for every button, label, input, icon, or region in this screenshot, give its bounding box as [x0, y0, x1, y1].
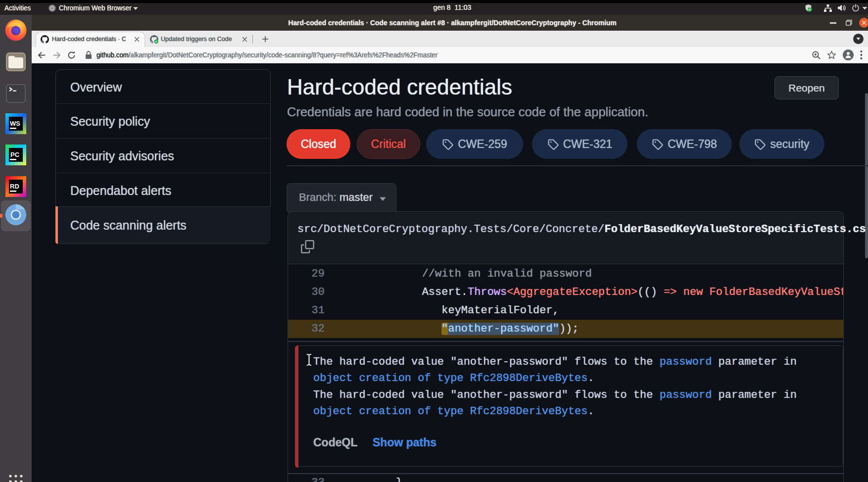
- svg-text:RD: RD: [10, 183, 19, 190]
- svg-text:WS: WS: [10, 120, 20, 127]
- svg-text:PC: PC: [10, 151, 20, 158]
